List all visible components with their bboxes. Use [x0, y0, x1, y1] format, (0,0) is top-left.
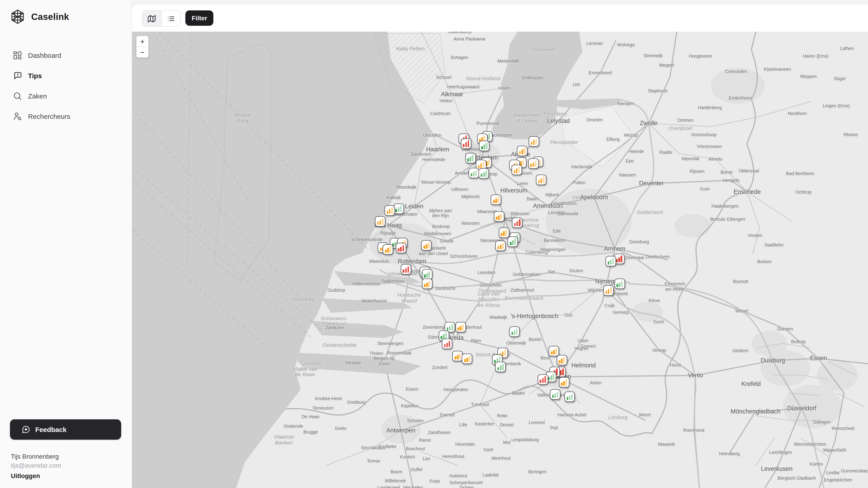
sidebar-item-tips[interactable]: Tips [0, 66, 131, 86]
chart-marker-orange[interactable] [529, 136, 539, 147]
chart-marker-orange[interactable] [528, 158, 539, 169]
sidebar-item-dashboard[interactable]: Dashboard [0, 45, 131, 66]
user-name: Tijs Bronnenberg [11, 452, 61, 461]
chart-marker-orange[interactable] [557, 355, 567, 365]
chart-marker-red[interactable] [538, 375, 548, 385]
chart-marker-orange[interactable] [494, 211, 504, 222]
cube-wireframe-icon [10, 9, 25, 24]
sidebar-item-label: Zaken [28, 92, 47, 100]
chart-marker-orange[interactable] [559, 377, 569, 387]
chart-marker-orange[interactable] [455, 322, 466, 332]
chart-marker-orange[interactable] [421, 240, 432, 251]
chart-marker-green[interactable] [564, 392, 575, 402]
filter-button[interactable]: Filter [185, 10, 213, 26]
chart-marker-orange[interactable] [603, 285, 614, 296]
chart-marker-green[interactable] [394, 203, 404, 214]
sidebar-item-rechercheurs[interactable]: Rechercheurs [0, 106, 131, 127]
basemap-graphics [132, 32, 868, 488]
chart-marker-green[interactable] [469, 168, 479, 178]
map-view-button[interactable] [143, 11, 161, 26]
list-view-button[interactable] [161, 11, 180, 26]
sidebar-item-label: Dashboard [28, 52, 61, 59]
sidebar: Caselink DashboardTipsZakenRechercheurs … [0, 0, 132, 488]
chart-marker-green[interactable] [479, 168, 489, 179]
chart-marker-red[interactable] [512, 217, 522, 228]
chart-marker-orange[interactable] [384, 205, 395, 216]
caselink-app: Caselink DashboardTipsZakenRechercheurs … [0, 0, 868, 488]
chart-marker-red[interactable] [461, 138, 471, 149]
chart-marker-red[interactable] [442, 339, 452, 349]
chart-marker-orange[interactable] [517, 146, 527, 156]
dashboard-icon [13, 51, 22, 60]
zoom-in-button[interactable]: + [136, 36, 148, 46]
chart-marker-orange[interactable] [491, 195, 501, 205]
chart-marker-green[interactable] [508, 236, 518, 247]
sidebar-item-label: Tips [28, 72, 42, 79]
view-toggle [142, 10, 181, 27]
chart-marker-green[interactable] [479, 140, 490, 151]
map-canvas[interactable]: + − JulianadorpAnna PaulownaNabij Petten… [132, 32, 868, 488]
sidebar-item-label: Rechercheurs [28, 112, 70, 120]
user-block: Tijs Bronnenberg tijs@avendar.com Uitlog… [11, 452, 61, 480]
user-email: tijs@avendar.com [11, 461, 61, 470]
chart-marker-orange[interactable] [375, 216, 385, 227]
toolbar: Filter [132, 4, 868, 32]
search-icon [13, 91, 22, 101]
chart-marker-green[interactable] [550, 389, 560, 400]
chart-marker-orange[interactable] [422, 279, 432, 289]
chart-marker-green[interactable] [606, 256, 616, 266]
app-title: Caselink [31, 11, 69, 22]
logo: Caselink [10, 9, 69, 24]
chart-marker-green[interactable] [495, 361, 506, 372]
chart-marker-green[interactable] [509, 326, 520, 337]
chart-marker-green[interactable] [422, 269, 432, 280]
chart-marker-orange[interactable] [495, 241, 506, 251]
logout-link[interactable]: Uitloggen [11, 471, 61, 480]
chart-marker-orange[interactable] [462, 354, 472, 364]
zoom-out-button[interactable]: − [136, 46, 148, 57]
sidebar-item-zaken[interactable]: Zaken [0, 86, 131, 106]
list-view-icon [167, 15, 175, 22]
chart-marker-red[interactable] [401, 264, 411, 274]
chart-marker-orange[interactable] [499, 228, 509, 238]
chart-marker-green[interactable] [465, 153, 475, 163]
tips-bubble-icon [13, 71, 22, 80]
chart-marker-orange[interactable] [549, 346, 559, 356]
map-view-icon [148, 15, 156, 22]
chart-marker-orange[interactable] [453, 351, 463, 361]
chart-marker-orange[interactable] [512, 164, 522, 175]
map-zoom-control: + − [136, 36, 149, 58]
user-search-icon [13, 111, 22, 121]
chart-marker-orange[interactable] [536, 175, 546, 185]
feedback-button[interactable]: Feedback [10, 419, 121, 440]
chart-marker-green[interactable] [615, 279, 625, 289]
main-panel: Filter [132, 4, 868, 488]
chart-marker-red[interactable] [396, 243, 406, 254]
chart-marker-orange[interactable] [383, 244, 393, 255]
feedback-label: Feedback [35, 426, 66, 433]
sidebar-nav: DashboardTipsZakenRechercheurs [0, 45, 131, 127]
feedback-heart-bubble-icon [22, 425, 30, 434]
